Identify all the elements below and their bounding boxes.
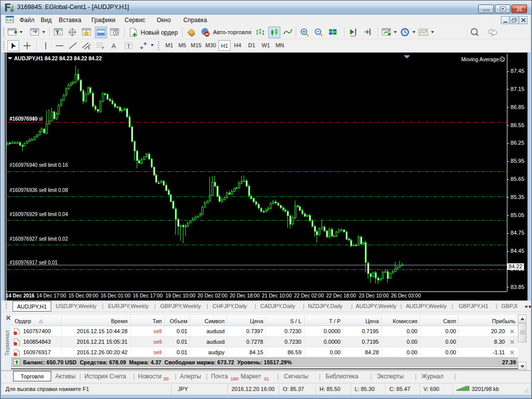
svg-text:23 Dec 10:00: 23 Dec 10:00 [359,293,389,298]
svg-text:84.45: 84.45 [510,248,524,254]
svg-text:85.05: 85.05 [510,212,524,218]
svg-text:85.65: 85.65 [510,176,524,182]
svg-text:AUDJPY,H1 84.22 84.23 84.22 8: AUDJPY,H1 84.22 84.23 84.22 84.22 [14,55,102,61]
svg-text:21 Dec 10:00: 21 Dec 10:00 [262,293,292,298]
svg-text:Moving Average: Moving Average [461,56,499,62]
svg-text:14 Dec 17:00: 14 Dec 17:00 [36,293,66,298]
svg-text:20 Dec 02:00: 20 Dec 02:00 [197,293,228,298]
svg-text:#160976929 sell limit 0.04: #160976929 sell limit 0.04 [10,212,68,217]
svg-text:#160976940 sell limit 0.16: #160976940 sell limit 0.16 [10,162,68,168]
svg-text:85.35: 85.35 [510,194,524,200]
svg-text:#160976936 sell limit 0.08: #160976936 sell limit 0.08 [10,187,68,193]
svg-text:E: E [88,46,90,50]
svg-text:22 Dec 02:00: 22 Dec 02:00 [294,293,324,298]
svg-text:84.22: 84.22 [508,263,522,269]
svg-text:83.85: 83.85 [510,284,524,290]
svg-text:87.45: 87.45 [510,68,524,74]
svg-text:15 Dec 09:00: 15 Dec 09:00 [68,293,98,298]
svg-text:20 Dec 18:00: 20 Dec 18:00 [230,293,260,298]
svg-text:#160976940: #160976940 [10,116,38,122]
svg-text:86.85: 86.85 [510,104,524,110]
svg-text:A: A [112,42,116,50]
svg-text:F: F [102,46,104,50]
svg-text:T: T [127,44,130,49]
svg-text:14 Dec 2016: 14 Dec 2016 [6,293,35,298]
svg-text:84.75: 84.75 [510,230,524,236]
svg-text:#160976917 sell 0.01: #160976917 sell 0.01 [10,260,58,265]
svg-text:86.55: 86.55 [510,122,524,128]
svg-text:26 Dec 03:00: 26 Dec 03:00 [391,293,421,298]
svg-text:16 Dec 17:00: 16 Dec 17:00 [133,293,163,298]
svg-text:#160976927 sell limit 0.02: #160976927 sell limit 0.02 [10,236,68,242]
svg-text:85.95: 85.95 [510,158,524,164]
svg-text:22 Dec 18:00: 22 Dec 18:00 [326,293,356,298]
svg-text:16 Dec 01:00: 16 Dec 01:00 [100,293,131,298]
svg-text:87.15: 87.15 [510,86,524,92]
svg-text:86.25: 86.25 [510,140,524,146]
svg-text:19 Dec 10:00: 19 Dec 10:00 [165,293,195,298]
